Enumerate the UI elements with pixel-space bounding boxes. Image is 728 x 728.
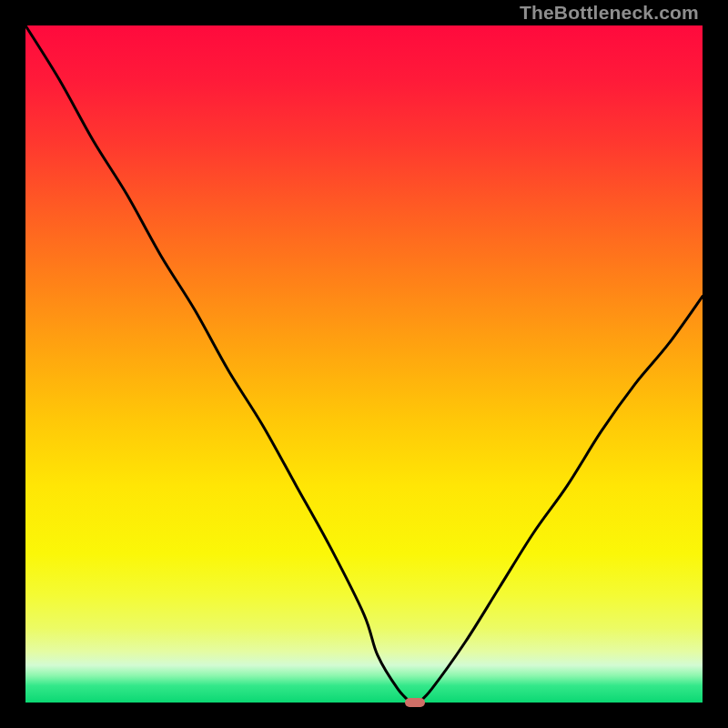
bottleneck-curve	[25, 25, 703, 703]
minimum-marker	[405, 698, 425, 707]
plot-area	[25, 25, 703, 703]
chart-stage: TheBottleneck.com	[0, 0, 728, 728]
watermark-text: TheBottleneck.com	[520, 2, 699, 24]
